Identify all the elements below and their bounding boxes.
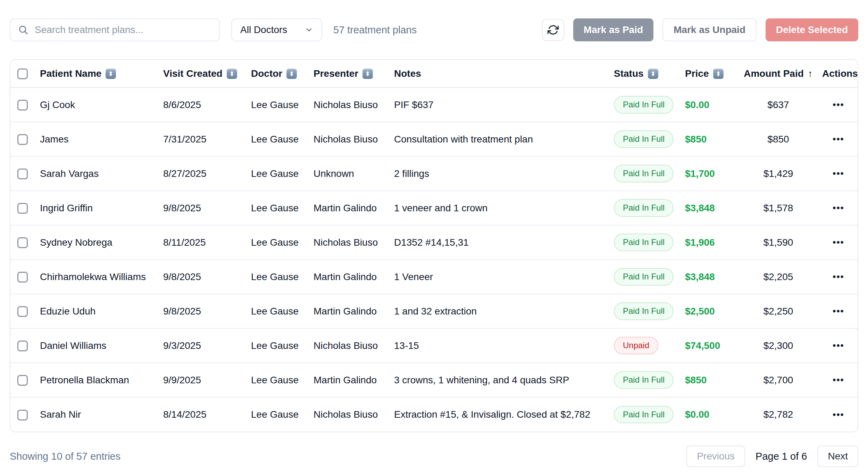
presenter-cell: Martin Galindo [314, 294, 394, 328]
column-header-price[interactable]: Price [685, 60, 737, 88]
status-badge: Paid In Full [614, 234, 674, 251]
mark-as-unpaid-button[interactable]: Mark as Unpaid [662, 18, 757, 41]
column-header-visit-created[interactable]: Visit Created [163, 60, 251, 88]
table-row: Eduzie Uduh 9/8/2025 Lee Gause Martin Ga… [10, 294, 858, 328]
column-header-actions: Actions [822, 60, 858, 88]
table-body: Gj Cook 8/6/2025 Lee Gause Nicholas Bius… [10, 88, 858, 432]
patient-name-cell: Eduzie Uduh [40, 294, 163, 328]
row-checkbox[interactable] [17, 306, 28, 317]
price-value: $74,500 [685, 340, 720, 351]
row-actions-button[interactable]: ••• [829, 406, 848, 424]
doctor-cell: Lee Gause [251, 191, 314, 225]
search-box[interactable] [10, 18, 220, 41]
amount-paid-value: $850 [767, 134, 789, 145]
status-badge: Paid In Full [614, 165, 674, 182]
patient-name-cell: Sarah Vargas [40, 156, 163, 191]
sort-icon [227, 68, 237, 79]
price-value: $0.00 [685, 99, 709, 110]
visit-created-cell: 9/8/2025 [163, 294, 251, 328]
price-value: $1,700 [685, 168, 715, 179]
row-checkbox[interactable] [17, 169, 28, 179]
patient-name-cell: James [40, 122, 163, 156]
doctor-filter-value: All Doctors [240, 24, 287, 35]
amount-paid-value: $637 [767, 99, 789, 110]
toolbar: All Doctors 57 treatment plans Mark as P… [10, 18, 858, 41]
doctor-cell: Lee Gause [251, 363, 314, 397]
column-header-amount-paid[interactable]: Amount Paid↑ [737, 60, 822, 88]
amount-paid-value: $2,250 [763, 306, 793, 317]
mark-as-paid-button[interactable]: Mark as Paid [573, 18, 653, 41]
column-header-doctor[interactable]: Doctor [251, 60, 314, 88]
row-actions-button[interactable]: ••• [829, 234, 848, 251]
amount-paid-value: $1,429 [763, 168, 793, 179]
doctor-cell: Lee Gause [251, 294, 314, 328]
row-actions-button[interactable]: ••• [829, 96, 848, 114]
presenter-cell: Nicholas Biuso [314, 397, 394, 432]
table-row: Chirhamolekwa Williams 9/8/2025 Lee Gaus… [10, 260, 858, 294]
refresh-button[interactable] [542, 19, 564, 41]
price-value: $0.00 [685, 409, 709, 420]
doctor-cell: Lee Gause [251, 156, 314, 191]
doctor-cell: Lee Gause [251, 328, 314, 363]
delete-selected-button[interactable]: Delete Selected [766, 18, 858, 41]
doctor-cell: Lee Gause [251, 397, 314, 432]
table-row: Daniel Williams 9/3/2025 Lee Gause Nicho… [10, 328, 858, 363]
showing-entries-label: Showing 10 of 57 entries [10, 451, 120, 462]
presenter-cell: Nicholas Biuso [314, 88, 394, 122]
row-actions-button[interactable]: ••• [829, 130, 848, 148]
status-badge: Paid In Full [614, 406, 674, 424]
column-header-presenter[interactable]: Presenter [314, 60, 394, 88]
price-value: $850 [685, 375, 707, 385]
row-actions-button[interactable]: ••• [829, 337, 848, 354]
select-all-checkbox[interactable] [17, 68, 28, 79]
row-actions-button[interactable]: ••• [829, 199, 848, 217]
sort-icon [362, 68, 373, 79]
previous-page-button[interactable]: Previous [686, 446, 745, 467]
visit-created-cell: 9/3/2025 [163, 328, 251, 363]
column-header-patient-name[interactable]: Patient Name [40, 60, 163, 88]
status-badge: Paid In Full [614, 199, 674, 217]
visit-created-cell: 9/9/2025 [163, 363, 251, 397]
status-badge: Paid In Full [614, 371, 674, 389]
amount-paid-value: $2,782 [763, 409, 793, 420]
sort-icon [713, 68, 724, 79]
presenter-cell: Nicholas Biuso [314, 225, 394, 260]
presenter-cell: Martin Galindo [314, 260, 394, 294]
row-checkbox[interactable] [17, 410, 28, 420]
row-checkbox[interactable] [17, 341, 28, 351]
row-checkbox[interactable] [17, 272, 28, 283]
row-actions-button[interactable]: ••• [829, 165, 848, 182]
row-actions-button[interactable]: ••• [829, 268, 848, 286]
row-checkbox[interactable] [17, 203, 28, 214]
search-input[interactable] [34, 24, 212, 36]
amount-paid-value: $1,578 [763, 203, 793, 213]
visit-created-cell: 8/6/2025 [163, 88, 251, 122]
next-page-button[interactable]: Next [817, 446, 858, 467]
patient-name-cell: Chirhamolekwa Williams [40, 260, 163, 294]
search-icon [18, 25, 28, 35]
row-checkbox[interactable] [17, 134, 28, 145]
row-checkbox[interactable] [17, 375, 28, 386]
presenter-cell: Nicholas Biuso [314, 328, 394, 363]
visit-created-cell: 7/31/2025 [163, 122, 251, 156]
visit-created-cell: 8/11/2025 [163, 225, 251, 260]
notes-cell: 1 Veneer [394, 260, 614, 294]
presenter-cell: Nicholas Biuso [314, 122, 394, 156]
status-badge: Paid In Full [614, 96, 674, 114]
notes-cell: Extraction #15, & Invisalign. Closed at … [394, 397, 614, 432]
price-value: $3,848 [685, 271, 715, 282]
price-value: $850 [685, 134, 707, 145]
row-actions-button[interactable]: ••• [829, 371, 848, 389]
column-header-status[interactable]: Status [614, 60, 685, 88]
presenter-cell: Unknown [314, 156, 394, 191]
refresh-icon [548, 24, 559, 35]
table-row: James 7/31/2025 Lee Gause Nicholas Biuso… [10, 122, 858, 156]
patient-name-cell: Ingrid Griffin [40, 191, 163, 225]
row-checkbox[interactable] [17, 100, 28, 111]
patient-name-cell: Sarah Nir [40, 397, 163, 432]
row-checkbox[interactable] [17, 237, 28, 248]
notes-cell: 1 veneer and 1 crown [394, 191, 614, 225]
row-actions-button[interactable]: ••• [829, 302, 848, 320]
notes-cell: 1 and 32 extraction [394, 294, 614, 328]
doctor-filter-select[interactable]: All Doctors [231, 18, 322, 41]
